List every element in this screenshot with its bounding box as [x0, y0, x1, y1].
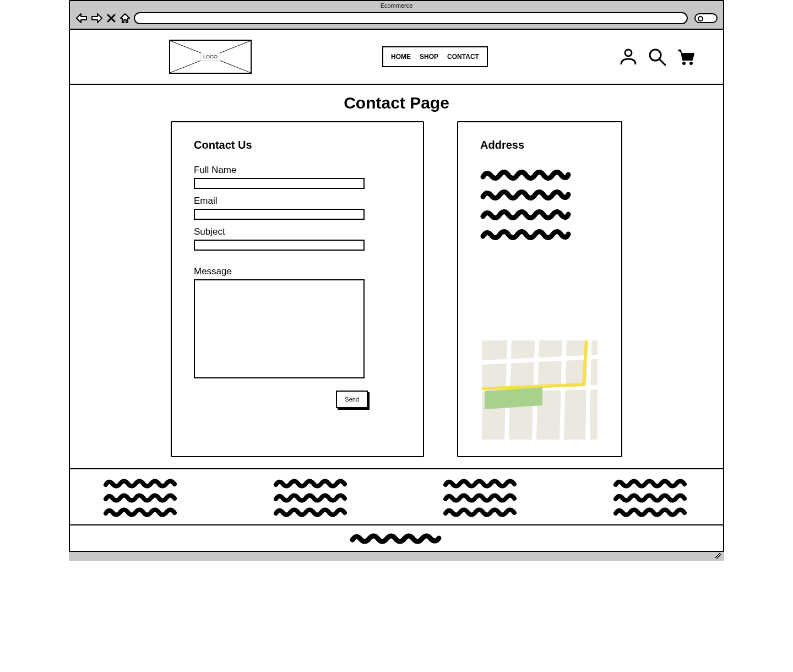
placeholder-text — [273, 506, 350, 517]
url-input[interactable] — [134, 12, 688, 24]
placeholder-text — [443, 492, 520, 503]
placeholder-text — [480, 208, 571, 221]
logo-text: LOGO — [200, 53, 220, 61]
zoom-control[interactable] — [694, 13, 718, 23]
send-button[interactable]: Send — [336, 391, 368, 408]
search-icon[interactable] — [647, 47, 667, 67]
page-content: LOGO HOME SHOP CONTACT Contact Page Cont… — [69, 30, 724, 552]
placeholder-text — [480, 227, 571, 241]
message-label: Message — [194, 266, 401, 277]
email-label: Email — [194, 196, 401, 207]
address-panel: Address — [457, 121, 622, 457]
browser-window: Ecommerce — [69, 0, 724, 30]
placeholder-text — [273, 478, 350, 489]
header-icons — [618, 47, 696, 67]
full-name-input[interactable] — [194, 178, 365, 189]
placeholder-text — [273, 492, 350, 503]
full-name-label: Full Name — [194, 165, 401, 176]
message-textarea[interactable] — [194, 279, 365, 378]
email-input[interactable] — [194, 209, 365, 220]
placeholder-text — [613, 492, 690, 503]
main-content: Contact Page Contact Us Full Name Email … — [70, 85, 723, 468]
home-icon[interactable] — [120, 13, 131, 24]
window-title: Ecommerce — [70, 1, 723, 10]
footer — [70, 468, 723, 524]
copyright-bar — [70, 524, 723, 551]
back-icon[interactable] — [75, 13, 88, 24]
svg-line-12 — [562, 340, 564, 440]
placeholder-text — [480, 168, 571, 181]
svg-line-13 — [588, 340, 589, 440]
subject-input[interactable] — [194, 240, 365, 251]
address-heading: Address — [480, 139, 599, 151]
page-title: Contact Page — [86, 94, 707, 112]
footer-col — [613, 476, 690, 519]
site-header: LOGO HOME SHOP CONTACT — [70, 30, 723, 85]
placeholder-text — [613, 478, 690, 489]
logo[interactable]: LOGO — [169, 40, 252, 74]
browser-toolbar — [70, 10, 723, 29]
user-icon[interactable] — [618, 47, 638, 67]
contact-form-heading: Contact Us — [194, 139, 401, 151]
placeholder-text — [443, 506, 520, 517]
nav-home[interactable]: HOME — [391, 53, 411, 61]
placeholder-text — [443, 478, 520, 489]
placeholder-text — [103, 478, 180, 489]
placeholder-text — [480, 188, 571, 201]
resize-grip[interactable] — [69, 552, 724, 561]
svg-marker-14 — [485, 387, 542, 409]
footer-col — [443, 476, 520, 519]
forward-icon[interactable] — [91, 13, 103, 24]
svg-point-2 — [625, 50, 632, 56]
close-icon[interactable] — [106, 13, 116, 23]
contact-form-panel: Contact Us Full Name Email Subject Messa… — [171, 121, 424, 457]
placeholder-text — [613, 506, 690, 517]
subject-label: Subject — [194, 226, 401, 237]
main-nav: HOME SHOP CONTACT — [382, 46, 488, 67]
footer-col — [103, 476, 180, 519]
placeholder-text — [103, 492, 180, 503]
nav-shop[interactable]: SHOP — [420, 53, 438, 61]
nav-contact[interactable]: CONTACT — [447, 53, 479, 61]
footer-col — [273, 476, 350, 519]
cart-icon[interactable] — [676, 47, 696, 67]
svg-point-6 — [689, 62, 693, 65]
svg-line-4 — [660, 59, 665, 65]
svg-point-5 — [682, 62, 686, 65]
placeholder-text — [103, 506, 180, 517]
placeholder-text — [350, 532, 443, 544]
map-placeholder — [482, 340, 598, 440]
